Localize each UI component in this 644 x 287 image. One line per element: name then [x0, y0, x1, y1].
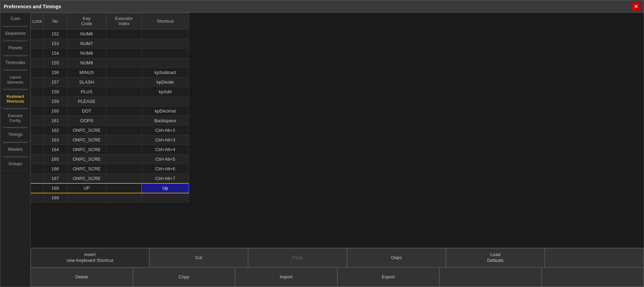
cell-shortcut: [142, 193, 189, 203]
cell-no: 156: [43, 68, 67, 77]
cell-lock: [31, 155, 43, 164]
cell-shortcut: Ctrl+Alt+2: [142, 126, 189, 135]
cell-shortcut: [142, 29, 189, 39]
sidebar-item-groups[interactable]: Groups: [0, 158, 30, 171]
empty-button-2: [439, 267, 542, 287]
action-bar: Insert new Keyboard Shortcut Cut Paste O…: [31, 248, 644, 287]
cell-key-code: PLEASE: [67, 97, 106, 106]
table-row[interactable]: 154NUM8: [31, 49, 189, 58]
cell-no: 152: [43, 29, 67, 39]
cell-exec-index: [106, 145, 142, 155]
cell-lock: [31, 87, 43, 97]
cell-lock: [31, 106, 43, 116]
cell-exec-index: [106, 29, 142, 39]
cell-lock: [31, 164, 43, 174]
cell-exec-index: [106, 77, 142, 87]
sidebar-item-cues[interactable]: Cues: [0, 13, 30, 25]
sidebar-divider-6: [3, 108, 28, 109]
sidebar-item-timings[interactable]: Timings: [0, 129, 30, 141]
cell-exec-index: [106, 155, 142, 164]
sidebar-divider-9: [3, 157, 28, 157]
table-row[interactable]: 160DOTkpDecimal: [31, 106, 189, 116]
cell-exec-index: [106, 164, 142, 174]
cell-lock: [31, 116, 43, 126]
shortcuts-table: Lock No KeyCode ExecutorIndex Shortcut 1…: [31, 13, 189, 203]
oops-button[interactable]: Oops: [347, 248, 446, 267]
col-header-shortcut: Shortcut: [142, 13, 189, 29]
cell-lock: [31, 145, 43, 155]
sidebar-item-presets[interactable]: Presets: [0, 42, 30, 55]
table-row[interactable]: 163ONPC_SCRECtrl+Alt+3: [31, 135, 189, 145]
cell-key-code: ONPC_SCRE: [67, 155, 106, 164]
sidebar: Cues Sequences Presets Timecodes LayoutE…: [0, 13, 31, 287]
cell-no: 163: [43, 135, 67, 145]
cell-exec-index: [106, 193, 142, 203]
cell-lock: [31, 97, 43, 106]
cell-no: 166: [43, 164, 67, 174]
cell-no: 167: [43, 174, 67, 183]
col-header-no: No: [43, 13, 67, 29]
cell-no: 161: [43, 116, 67, 126]
close-button[interactable]: ✕: [632, 2, 640, 11]
table-container[interactable]: Lock No KeyCode ExecutorIndex Shortcut 1…: [31, 13, 644, 248]
table-row[interactable]: 168UPUp: [31, 183, 189, 193]
cell-shortcut: kpDecimal: [142, 106, 189, 116]
cell-no: 160: [43, 106, 67, 116]
cell-key-code: ONPC_SCRE: [67, 126, 106, 135]
cell-exec-index: [106, 97, 142, 106]
table-row[interactable]: 166ONPC_SCRECtrl+Alt+6: [31, 164, 189, 174]
table-row[interactable]: 152NUM6: [31, 29, 189, 39]
table-row[interactable]: 167ONPC_SCRECtrl+Alt+7: [31, 174, 189, 183]
col-header-lock: Lock: [31, 13, 43, 29]
table-row[interactable]: 155NUM9: [31, 58, 189, 68]
cell-lock: [31, 68, 43, 77]
sidebar-item-keyboard-shortcuts[interactable]: KeyboardShortcuts: [0, 91, 30, 108]
cell-shortcut: Backspace: [142, 116, 189, 126]
cell-exec-index: [106, 58, 142, 68]
cell-no: 157: [43, 77, 67, 87]
insert-button[interactable]: Insert new Keyboard Shortcut: [31, 248, 149, 267]
cell-shortcut: [142, 49, 189, 58]
table-row[interactable]: 161OOPSBackspace: [31, 116, 189, 126]
cell-key-code: DOT: [67, 106, 106, 116]
cell-key-code: NUM8: [67, 49, 106, 58]
table-row[interactable]: 165ONPC_SCRECtrl+Alt+5: [31, 155, 189, 164]
sidebar-divider-1: [3, 26, 28, 27]
cell-shortcut: Up: [142, 183, 189, 193]
paste-button[interactable]: Paste: [248, 248, 347, 267]
cell-exec-index: [106, 135, 142, 145]
cell-key-code: MINUS: [67, 68, 106, 77]
sidebar-item-sequences[interactable]: Sequences: [0, 28, 30, 40]
import-button[interactable]: Import: [235, 267, 337, 287]
sidebar-item-layout-elements[interactable]: LayoutElements: [0, 71, 30, 88]
cell-shortcut: [142, 58, 189, 68]
sidebar-item-masters[interactable]: Masters: [0, 144, 30, 156]
cut-button[interactable]: Cut: [149, 248, 248, 267]
cell-shortcut: Ctrl+Alt+5: [142, 155, 189, 164]
table-row[interactable]: 157SLASHkpDivide: [31, 77, 189, 87]
cell-lock: [31, 183, 43, 193]
table-row[interactable]: 159PLEASE: [31, 97, 189, 106]
cell-key-code: ONPC_SCRE: [67, 145, 106, 155]
cell-exec-index: [106, 116, 142, 126]
load-defaults-button[interactable]: Load Defaults: [446, 248, 545, 267]
title-bar: Preferences and Timings ✕: [0, 0, 644, 13]
cell-exec-index: [106, 39, 142, 49]
table-row[interactable]: 153NUM7: [31, 39, 189, 49]
export-button[interactable]: Export: [337, 267, 440, 287]
delete-button[interactable]: Delete: [31, 267, 133, 287]
sidebar-item-executor-config[interactable]: ExecutorConfig.: [0, 110, 30, 127]
sidebar-divider-2: [3, 41, 28, 41]
cell-exec-index: [106, 49, 142, 58]
table-row[interactable]: 156MINUSkpSubtract: [31, 68, 189, 77]
table-row[interactable]: 164ONPC_SCRECtrl+Alt+4: [31, 145, 189, 155]
table-row[interactable]: 158PLUSkpAdd: [31, 87, 189, 97]
copy-button[interactable]: Copy: [133, 267, 235, 287]
cell-key-code: OOPS: [67, 116, 106, 126]
cell-lock: [31, 39, 43, 49]
cell-exec-index: [106, 106, 142, 116]
sidebar-item-timecodes[interactable]: Timecodes: [0, 57, 30, 70]
table-row[interactable]: 162ONPC_SCRECtrl+Alt+2: [31, 126, 189, 135]
cell-shortcut: kpAdd: [142, 87, 189, 97]
table-row[interactable]: 169: [31, 193, 189, 203]
